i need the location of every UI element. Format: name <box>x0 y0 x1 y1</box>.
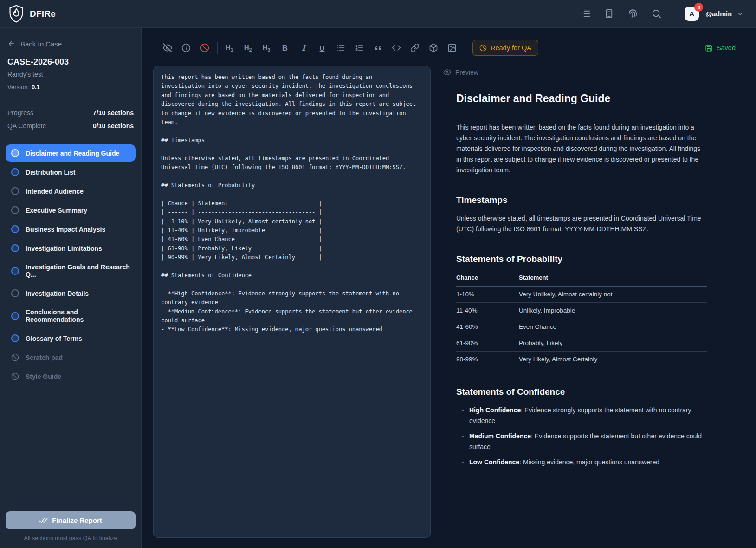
table-row: 11-40% Unlikely, Improbable <box>456 303 707 319</box>
bold-button[interactable]: B <box>280 43 290 53</box>
sidebar-item-label: Style Guide <box>26 373 61 380</box>
blockquote-button[interactable] <box>373 43 383 53</box>
sidebar-item-glossary-of-terms[interactable]: Glossary of Terms <box>6 330 136 347</box>
section-status-icon <box>11 312 19 320</box>
progress-stats: Progress 7/10 sections QA Complete 0/10 … <box>0 99 141 140</box>
package-icon <box>429 43 438 52</box>
chance-cell: 11-40% <box>456 303 519 319</box>
confidence-list: High Confidence: Evidence strongly suppo… <box>460 405 707 468</box>
version-row: Version:0.1 <box>7 84 132 91</box>
eye-icon <box>443 68 451 76</box>
table-row: 61-90% Probably, Likely <box>456 335 707 352</box>
sidebar-item-label: Conclusions and Recommendations <box>26 308 130 323</box>
save-status: Saved <box>705 44 736 52</box>
progress-label: Progress <box>7 109 33 117</box>
building-icon[interactable] <box>604 8 614 19</box>
preview-timestamps-text: Unless otherwise stated, all timestamps … <box>456 213 707 235</box>
ordered-list-button[interactable] <box>354 43 364 53</box>
markdown-editor[interactable]: This report has been written based on th… <box>154 66 430 537</box>
sidebar-item-disclaimer-and-reading-guide[interactable]: Disclaimer and Reading Guide <box>6 144 136 162</box>
progress-row: Progress 7/10 sections <box>7 106 134 119</box>
block-button[interactable] <box>200 43 210 53</box>
list-item: Medium Confidence: Evidence supports the… <box>469 431 707 452</box>
sidebar-item-investigation-goals[interactable]: Investigation Goals and Research Q... <box>6 259 136 283</box>
code-button[interactable] <box>391 43 401 53</box>
sidebar-item-label: Investigation Goals and Research Q... <box>26 263 130 278</box>
back-to-case-link[interactable]: Back to Case <box>7 39 132 48</box>
sidebar-item-investigation-details[interactable]: Investigation Details <box>6 285 136 302</box>
eye-off-icon <box>163 43 172 52</box>
sidebar-item-label: Disclaimer and Reading Guide <box>26 150 119 157</box>
progress-value: 7/10 sections <box>93 109 134 117</box>
statement-cell: Even Chance <box>519 319 707 335</box>
sidebar-item-business-impact-analysis[interactable]: Business Impact Analysis <box>6 221 136 238</box>
sidebar-item-conclusions-and-recommendations[interactable]: Conclusions and Recommendations <box>6 304 136 328</box>
save-status-label: Saved <box>717 44 736 52</box>
sidebar-item-scratch-pad[interactable]: Scratch pad <box>6 349 136 366</box>
underline-button[interactable]: U <box>317 43 327 53</box>
code-icon <box>392 43 401 52</box>
table-header-row: Chance Statement <box>456 272 707 287</box>
sidebar-item-executive-summary[interactable]: Executive Summary <box>6 202 136 219</box>
chevron-down-icon[interactable] <box>737 10 744 18</box>
section-nav: Disclaimer and Reading Guide Distributio… <box>0 140 141 389</box>
preview-label: Preview <box>455 69 478 76</box>
heading2-button[interactable]: H2 <box>243 43 253 53</box>
heading1-button[interactable]: H1 <box>224 43 234 53</box>
sidebar-item-label: Investigation Limitations <box>26 245 102 252</box>
ready-for-qa-label: Ready for QA <box>491 44 531 52</box>
ready-for-qa-button[interactable]: Ready for QA <box>472 40 538 56</box>
info-icon <box>181 43 191 52</box>
app-name: DFIRe <box>30 9 56 19</box>
sidebar-item-intended-audience[interactable]: Intended Audience <box>6 183 136 200</box>
section-status-icon <box>11 187 19 195</box>
table-row: 41-60% Even Chance <box>456 319 707 335</box>
chance-cell: 1-10% <box>456 287 519 303</box>
info-button[interactable] <box>181 43 191 53</box>
sidebar-item-label: Glossary of Terms <box>26 335 82 342</box>
sidebar-item-label: Executive Summary <box>26 207 87 214</box>
column-header-statement: Statement <box>519 272 707 287</box>
sidebar-item-label: Business Impact Analysis <box>26 226 105 233</box>
preview-heading-timestamps: Timestamps <box>456 195 707 205</box>
chance-cell: 41-60% <box>456 319 519 335</box>
preview-heading-probability: Statements of Probability <box>456 254 707 264</box>
double-check-icon <box>39 516 48 525</box>
ban-icon <box>11 372 19 380</box>
qa-complete-value: 0/10 sections <box>93 122 134 130</box>
section-status-icon <box>11 267 19 275</box>
section-status-icon <box>11 334 19 342</box>
sidebar-item-label: Investigation Details <box>26 290 89 297</box>
sidebar-item-investigation-limitations[interactable]: Investigation Limitations <box>6 240 136 257</box>
section-status-icon <box>11 206 19 214</box>
notification-badge: 3 <box>694 3 703 12</box>
user-menu[interactable]: A 3 <box>685 7 699 21</box>
preview-content: Disclaimer and Reading Guide This report… <box>443 76 736 468</box>
link-button[interactable] <box>410 43 420 53</box>
list-icon[interactable] <box>580 8 591 19</box>
statement-cell: Very Likely, Almost Certainly <box>519 352 707 368</box>
fingerprint-icon[interactable] <box>627 8 638 19</box>
heading3-button[interactable]: H3 <box>261 43 271 53</box>
list-item: High Confidence: Evidence strongly suppo… <box>469 405 707 426</box>
sidebar-item-distribution-list[interactable]: Distribution List <box>6 163 136 181</box>
italic-button[interactable]: I <box>298 43 309 53</box>
app-logo[interactable]: DFIRe <box>7 4 56 24</box>
quote-icon <box>373 43 382 52</box>
statement-cell: Probably, Likely <box>519 335 707 352</box>
header-divider <box>674 7 674 20</box>
preview-heading-confidence: Statements of Confidence <box>456 387 707 397</box>
bullet-list-button[interactable] <box>336 43 346 53</box>
arrow-left-icon <box>7 39 16 48</box>
finalize-report-button[interactable]: Finalize Report <box>6 511 136 529</box>
search-icon[interactable] <box>651 8 662 19</box>
artifact-button[interactable] <box>428 43 439 53</box>
top-bar: DFIRe A 3 @admin <box>0 0 756 28</box>
section-status-icon <box>11 244 19 252</box>
finalize-hint: All sections must pass QA to finalize <box>6 535 136 541</box>
ordered-list-icon <box>355 43 364 52</box>
sidebar-item-style-guide[interactable]: Style Guide <box>6 368 136 385</box>
toolbar-divider <box>465 42 465 54</box>
image-button[interactable] <box>447 43 457 53</box>
hide-preview-button[interactable] <box>162 43 173 53</box>
